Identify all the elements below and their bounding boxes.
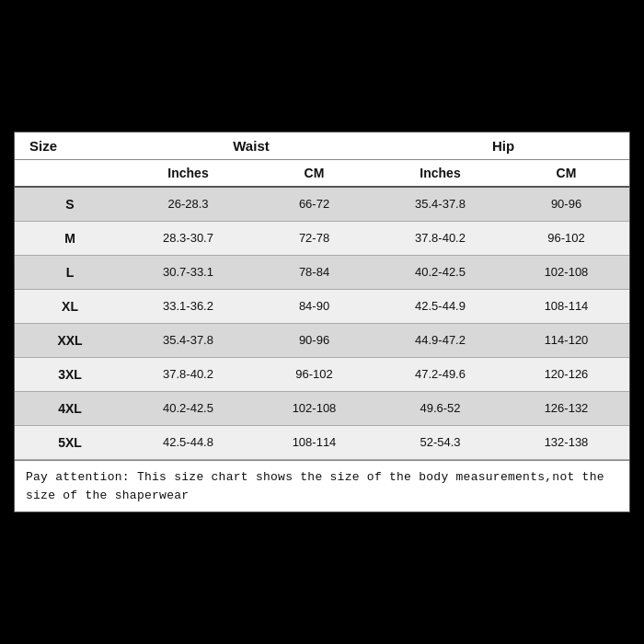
hip-cm-cell: 132-138 [503,426,629,459]
size-cell: L [15,256,125,289]
waist-inches-cell: 28.3-30.7 [125,222,251,255]
table-row: 3XL 37.8-40.2 96-102 47.2-49.6 120-126 [15,358,629,392]
size-cell: XXL [15,324,125,357]
table-row: S 26-28.3 66-72 35.4-37.8 90-96 [15,188,629,222]
table-row: 4XL 40.2-42.5 102-108 49.6-52 126-132 [15,392,629,426]
waist-inches-cell: 37.8-40.2 [125,358,251,391]
hip-inches-cell: 44.9-47.2 [377,324,503,357]
hip-group-label: Hip [377,132,629,159]
data-rows: S 26-28.3 66-72 35.4-37.8 90-96 M 28.3-3… [15,188,629,460]
waist-cm-cell: 90-96 [251,324,377,357]
size-cell: 3XL [15,358,125,391]
table-row: L 30.7-33.1 78-84 40.2-42.5 102-108 [15,256,629,290]
waist-cm-cell: 108-114 [251,426,377,459]
hip-inches-cell: 47.2-49.6 [377,358,503,391]
waist-cm-cell: 102-108 [251,392,377,425]
waist-cm-cell: 72-78 [251,222,377,255]
waist-cm-cell: 84-90 [251,290,377,323]
waist-inches-label: Inches [125,160,251,186]
header-top-row: Size Waist Hip [15,132,629,160]
hip-inches-cell: 37.8-40.2 [377,222,503,255]
hip-inches-label: Inches [377,160,503,186]
size-chart: Size Waist Hip Inches CM Inches CM S 26-… [14,132,630,512]
hip-inches-cell: 35.4-37.8 [377,188,503,221]
waist-inches-cell: 40.2-42.5 [125,392,251,425]
hip-cm-cell: 126-132 [503,392,629,425]
size-cell: S [15,188,125,221]
hip-cm-cell: 120-126 [503,358,629,391]
table-row: 5XL 42.5-44.8 108-114 52-54.3 132-138 [15,426,629,460]
hip-cm-cell: 102-108 [503,256,629,289]
footer-note: Pay attention: This size chart shows the… [15,460,629,512]
hip-inches-cell: 40.2-42.5 [377,256,503,289]
hip-inches-cell: 52-54.3 [377,426,503,459]
waist-inches-cell: 35.4-37.8 [125,324,251,357]
waist-cm-label: CM [251,160,377,186]
hip-cm-label: CM [503,160,629,186]
size-cell: 5XL [15,426,125,459]
size-sub-label [15,160,125,186]
table-row: XXL 35.4-37.8 90-96 44.9-47.2 114-120 [15,324,629,358]
waist-cm-cell: 66-72 [251,188,377,221]
table-row: XL 33.1-36.2 84-90 42.5-44.9 108-114 [15,290,629,324]
table-row: M 28.3-30.7 72-78 37.8-40.2 96-102 [15,222,629,256]
hip-cm-cell: 108-114 [503,290,629,323]
header-sub-row: Inches CM Inches CM [15,160,629,188]
waist-inches-cell: 30.7-33.1 [125,256,251,289]
size-cell: M [15,222,125,255]
waist-group-label: Waist [125,132,377,159]
hip-inches-cell: 42.5-44.9 [377,290,503,323]
size-cell: 4XL [15,392,125,425]
hip-cm-cell: 90-96 [503,188,629,221]
waist-inches-cell: 33.1-36.2 [125,290,251,323]
waist-inches-cell: 26-28.3 [125,188,251,221]
size-cell: XL [15,290,125,323]
waist-cm-cell: 96-102 [251,358,377,391]
hip-cm-cell: 96-102 [503,222,629,255]
hip-inches-cell: 49.6-52 [377,392,503,425]
hip-cm-cell: 114-120 [503,324,629,357]
waist-inches-cell: 42.5-44.8 [125,426,251,459]
size-header-label: Size [15,132,125,159]
waist-cm-cell: 78-84 [251,256,377,289]
